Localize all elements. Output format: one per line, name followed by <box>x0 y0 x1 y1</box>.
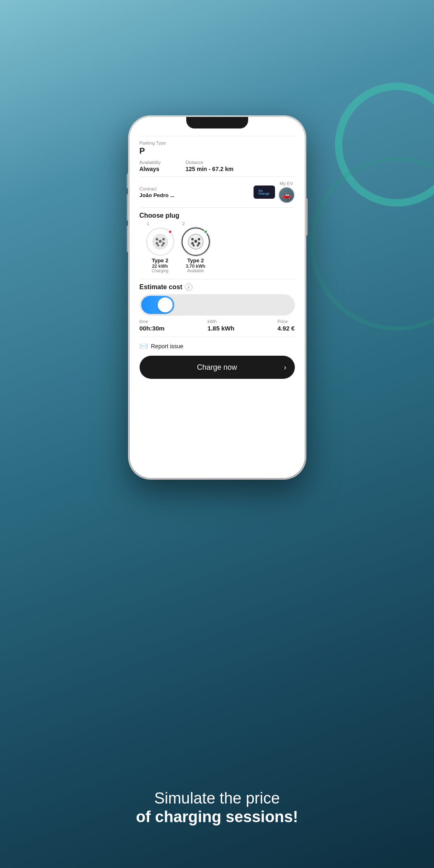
phone-mockup: Parking Type P Availability Always Dista… <box>128 116 306 479</box>
svg-point-1 <box>156 238 158 240</box>
svg-point-11 <box>191 242 194 245</box>
contract-row: Contract João Pedro ... GoCharge My EV 🚗 <box>140 181 295 203</box>
divider-1 <box>140 176 295 177</box>
phone-frame: Parking Type P Availability Always Dista… <box>128 116 306 479</box>
phone-btn-vol-down <box>127 226 128 252</box>
svg-point-2 <box>162 238 165 240</box>
plug-status-2: Available <box>187 269 204 273</box>
my-ev-col: My EV 🚗 <box>278 181 295 203</box>
svg-point-12 <box>198 242 200 245</box>
plugs-row: 1 <box>146 223 295 273</box>
time-field: time 00h:30m <box>140 319 165 332</box>
svg-point-13 <box>194 240 197 243</box>
kwh-label: kWh <box>208 319 235 324</box>
divider-3 <box>140 279 295 279</box>
svg-point-7 <box>161 245 163 247</box>
price-value: 4.92 € <box>277 325 295 332</box>
plug-circle-2 <box>182 228 210 256</box>
phone-btn-mute <box>127 174 128 188</box>
plug-kw-1: 22 kWh <box>152 264 168 269</box>
plug-type-1: Type 2 <box>152 257 168 264</box>
charge-btn-label: Charge now <box>197 363 237 372</box>
cost-fields: time 00h:30m kWh 1.85 kWh Price 4.92 € <box>140 319 295 332</box>
price-label: Price <box>277 319 295 324</box>
info-row: Availability Always Distance 125 min - 6… <box>140 160 295 172</box>
toggle-circle <box>158 297 173 312</box>
plug-kw-2: 3.70 kWh <box>186 264 206 269</box>
svg-point-3 <box>156 242 158 245</box>
phone-screen: Parking Type P Availability Always Dista… <box>130 117 305 478</box>
availability-col: Availability Always <box>140 160 161 172</box>
plug-item-2[interactable]: 2 <box>182 223 210 273</box>
chevron-right-icon: › <box>284 363 287 372</box>
plug-type-2: Type 2 <box>187 257 204 264</box>
toggle-knob <box>141 296 174 314</box>
estimate-toggle-bar[interactable] <box>140 294 295 316</box>
contract-images: GoCharge My EV 🚗 <box>254 181 295 203</box>
svg-point-5 <box>159 240 161 243</box>
plug-status-dot-2 <box>204 230 208 234</box>
kwh-value: 1.85 kWh <box>208 325 235 332</box>
distance-label: Distance <box>185 160 233 165</box>
parking-type-value: P <box>140 146 295 156</box>
svg-point-10 <box>198 238 200 240</box>
plug-number-2: 2 <box>183 221 185 226</box>
my-ev-label: My EV <box>280 181 293 186</box>
app-screen: Parking Type P Availability Always Dista… <box>130 117 305 478</box>
gocharge-text: GoCharge <box>259 189 270 195</box>
report-row[interactable]: ✉️ Report issue <box>140 342 295 350</box>
contract-label: Contract <box>140 186 175 191</box>
time-value: 00h:30m <box>140 325 165 332</box>
estimate-cost-title: Estimate cost <box>140 283 183 291</box>
availability-value: Always <box>140 166 161 172</box>
plug-item-1[interactable]: 1 <box>146 223 174 273</box>
choose-plug-title: Choose plug <box>140 212 295 219</box>
tagline-line2: of charging sessions! <box>0 808 434 827</box>
estimate-row: Estimate cost i <box>140 283 295 291</box>
time-label: time <box>140 319 165 324</box>
plug-circle-1 <box>146 228 174 256</box>
svg-point-6 <box>157 245 159 247</box>
top-divider <box>140 136 295 136</box>
ev-avatar: 🚗 <box>278 187 295 203</box>
phone-btn-vol-up <box>127 194 128 221</box>
divider-2 <box>140 207 295 208</box>
plug-status-1: Charging <box>152 269 168 273</box>
svg-point-4 <box>162 242 165 245</box>
parking-type-label: Parking Type <box>140 140 295 145</box>
contract-value: João Pedro ... <box>140 192 175 198</box>
plug-status-dot-1 <box>168 230 172 234</box>
svg-point-14 <box>192 245 194 247</box>
distance-col: Distance 125 min - 67.2 km <box>185 160 233 172</box>
plug-svg-1 <box>151 233 169 251</box>
price-field: Price 4.92 € <box>277 319 295 332</box>
availability-label: Availability <box>140 160 161 165</box>
svg-point-15 <box>197 245 199 247</box>
tagline-line1: Simulate the price <box>0 789 434 808</box>
charge-now-button[interactable]: Charge now › <box>140 356 295 379</box>
gocharge-badge: GoCharge <box>254 185 275 199</box>
envelope-icon: ✉️ <box>140 342 148 350</box>
phone-notch <box>186 117 248 128</box>
car-icon: 🚗 <box>282 190 291 200</box>
plug-svg-2 <box>187 233 205 251</box>
divider-4 <box>140 337 295 337</box>
svg-point-9 <box>191 238 194 240</box>
kwh-field: kWh 1.85 kWh <box>208 319 235 332</box>
tagline-section: Simulate the price of charging sessions! <box>0 789 434 827</box>
plug-number-1: 1 <box>147 221 149 226</box>
info-icon[interactable]: i <box>185 283 192 291</box>
contract-col: Contract João Pedro ... <box>140 186 175 198</box>
distance-value: 125 min - 67.2 km <box>185 166 233 172</box>
phone-btn-power <box>306 198 308 235</box>
report-label: Report issue <box>151 343 184 350</box>
